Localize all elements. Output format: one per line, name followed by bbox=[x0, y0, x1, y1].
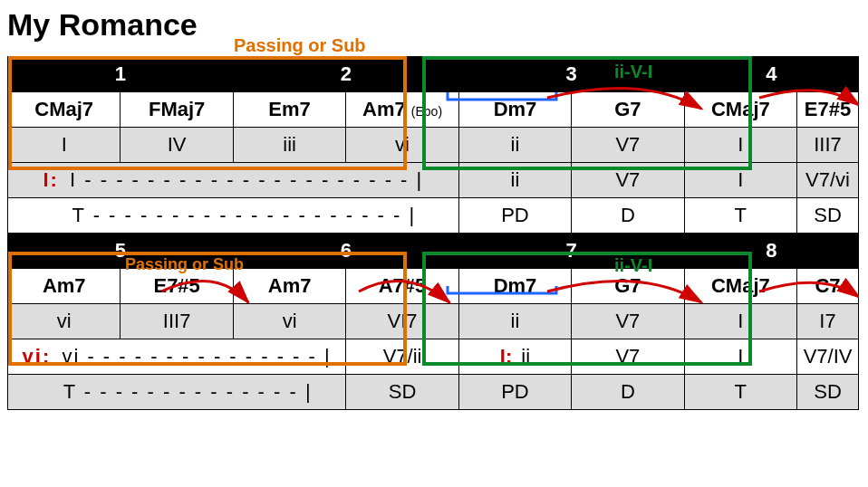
roman-4a: I bbox=[684, 128, 796, 163]
func2-8a: T bbox=[684, 375, 796, 410]
chord-5b: E7#5 bbox=[121, 269, 233, 304]
func1-4a: T bbox=[684, 198, 796, 234]
chord-2a: Em7 bbox=[233, 92, 345, 128]
bar-header-1: 1 bbox=[8, 57, 234, 92]
chord-5a: Am7 bbox=[8, 269, 121, 304]
roman-4x: III7 bbox=[797, 128, 859, 163]
roman-3b: V7 bbox=[572, 128, 684, 163]
chord-3b: G7 bbox=[572, 92, 684, 128]
roman-1b: IV bbox=[121, 128, 233, 163]
bar-header-3: 3 bbox=[458, 57, 684, 92]
chord-6a: Am7 bbox=[233, 269, 345, 304]
analysis2-7a: I: ii bbox=[458, 339, 571, 375]
roman-2a: iii bbox=[233, 128, 345, 163]
roman-6b: VI7 bbox=[346, 304, 458, 339]
roman-6a: vi bbox=[233, 304, 345, 339]
roman-2b: vi bbox=[346, 128, 458, 163]
func2-7a: PD bbox=[458, 375, 571, 410]
chord-2b: Am7 (Ebo) bbox=[346, 92, 458, 128]
chord-7b: G7 bbox=[572, 269, 684, 304]
analysis1-3a: ii bbox=[458, 163, 571, 198]
func1-4b: SD bbox=[797, 198, 859, 234]
roman-5b: III7 bbox=[121, 304, 233, 339]
analysis1-3b: V7 bbox=[572, 163, 684, 198]
analysis2-6b: V7/ii bbox=[346, 339, 458, 375]
bar-header-7: 7 bbox=[458, 234, 684, 269]
chord-4a: CMaj7 bbox=[684, 92, 796, 128]
chord-3a: Dm7 bbox=[458, 92, 571, 128]
chart-wrap: 1 2 3 4 CMaj7 FMaj7 Em7 Am7 (Ebo) Dm7 G7… bbox=[7, 56, 861, 410]
chord-8x: C7 bbox=[797, 269, 859, 304]
roman-5a: vi bbox=[8, 304, 121, 339]
roman-7b: V7 bbox=[572, 304, 684, 339]
bar-header-5: 5 bbox=[8, 234, 234, 269]
bar-header-8: 8 bbox=[684, 234, 858, 269]
roman-7a: ii bbox=[458, 304, 571, 339]
passing-sub-label-1: Passing or Sub bbox=[234, 35, 861, 56]
bar-header-6: 6 bbox=[233, 234, 458, 269]
analysis2-funcspan: T - - - - - - - - - - - - - - | bbox=[8, 375, 346, 410]
analysis2-8a: I bbox=[684, 339, 796, 375]
func2-6b: SD bbox=[346, 375, 458, 410]
roman-8a: I bbox=[684, 304, 796, 339]
analysis2-7b: V7 bbox=[572, 339, 684, 375]
roman-3a: ii bbox=[458, 128, 571, 163]
analysis1-4b: V7/vi bbox=[797, 163, 859, 198]
analysis1-funcspan: T - - - - - - - - - - - - - - - - - - - … bbox=[8, 198, 459, 234]
analysis1-4a: I bbox=[684, 163, 796, 198]
roman-8x: I7 bbox=[797, 304, 859, 339]
analysis2-8b: V7/IV bbox=[797, 339, 859, 375]
chord-4x: E7#5 bbox=[797, 92, 859, 128]
func2-8b: SD bbox=[797, 375, 859, 410]
chord-7a: Dm7 bbox=[458, 269, 571, 304]
chord-1b: FMaj7 bbox=[121, 92, 233, 128]
chord-1a: CMaj7 bbox=[8, 92, 121, 128]
bar-header-4: 4 bbox=[684, 57, 858, 92]
func1-3a: PD bbox=[458, 198, 571, 234]
bar-header-2: 2 bbox=[233, 57, 458, 92]
roman-1a: I bbox=[8, 128, 121, 163]
analysis2-prolong: vi: vi - - - - - - - - - - - - - - - | bbox=[8, 339, 346, 375]
analysis1-prolong: I: I - - - - - - - - - - - - - - - - - -… bbox=[8, 163, 459, 198]
chord-6b: A7#5 bbox=[346, 269, 458, 304]
chord-8a: CMaj7 bbox=[684, 269, 796, 304]
chord-grid: 1 2 3 4 CMaj7 FMaj7 Em7 Am7 (Ebo) Dm7 G7… bbox=[7, 56, 859, 410]
func1-3b: D bbox=[572, 198, 684, 234]
func2-7b: D bbox=[572, 375, 684, 410]
